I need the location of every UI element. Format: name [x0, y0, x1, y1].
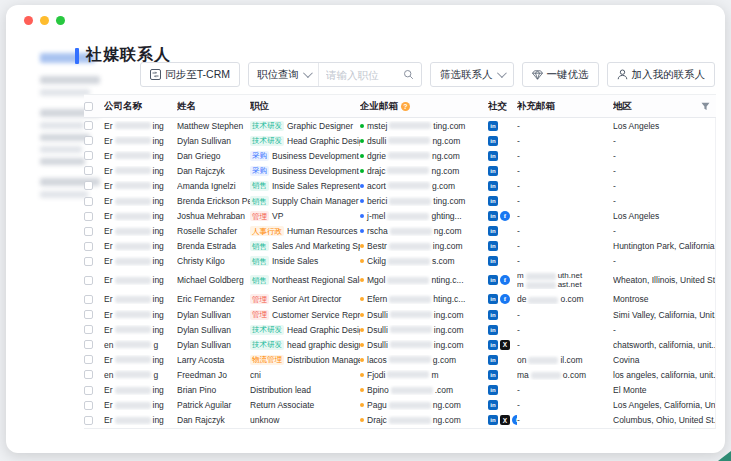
sidebar-item[interactable] [40, 191, 88, 198]
close-window-icon[interactable] [24, 16, 33, 25]
linkedin-icon[interactable]: in [488, 211, 498, 221]
position-cell: 管理VP [250, 211, 360, 221]
select-all-checkbox[interactable] [84, 102, 93, 111]
sidebar-item[interactable] [40, 134, 90, 141]
row-checkbox[interactable] [84, 370, 93, 379]
row-checkbox[interactable] [84, 295, 93, 304]
table-row[interactable]: EringDylan Sullivan管理Customer Service Re… [84, 307, 715, 322]
table-row[interactable]: EringMichael Goldberg销售Northeast Regiona… [84, 269, 715, 292]
row-checkbox[interactable] [84, 257, 93, 266]
table-row[interactable]: EringDan RajczykunknowDrajcng.cominXf-Co… [84, 413, 715, 428]
linkedin-icon[interactable]: in [488, 370, 498, 380]
email-status-dot [360, 313, 364, 317]
contact-name: Patrick Aguilar [177, 400, 250, 410]
row-checkbox[interactable] [84, 136, 93, 145]
table-row[interactable]: EringDan Griego采购Business Development ..… [84, 148, 715, 163]
table-row[interactable]: EringChristy Kilgo销售Inside SalesCkilgs.c… [84, 254, 715, 269]
position-category-tag: 技术研发 [250, 136, 284, 146]
table-row[interactable]: EringMatthew Stephen技术研发Graphic Designer… [84, 118, 715, 133]
table-row[interactable]: EringDylan Sullivan技术研发Head Graphic Desi… [84, 322, 715, 337]
linkedin-icon[interactable]: in [488, 340, 498, 350]
email-status-dot [360, 229, 364, 233]
position-query-dropdown[interactable]: 职位查询 [249, 63, 319, 86]
row-checkbox[interactable] [84, 310, 93, 319]
linkedin-icon[interactable]: in [488, 310, 498, 320]
linkedin-icon[interactable]: in [488, 415, 498, 425]
table-row[interactable]: engDylan Sullivan技术研发head graphic design… [84, 337, 715, 352]
linkedin-icon[interactable]: in [488, 241, 498, 251]
table-row[interactable]: EringDan Rajczyk采购Business Development .… [84, 163, 715, 178]
filter-contacts-dropdown[interactable]: 筛选联系人 [430, 62, 514, 87]
linkedin-icon[interactable]: in [488, 151, 498, 161]
row-checkbox[interactable] [84, 227, 93, 236]
table-row[interactable]: EringBrenda Estrada销售Sales And Marketing… [84, 239, 715, 254]
position-cell: Distribution lead [250, 385, 360, 395]
row-checkbox[interactable] [84, 401, 93, 410]
facebook-icon[interactable]: f [500, 211, 510, 221]
linkedin-icon[interactable]: in [488, 196, 498, 206]
sidebar-item[interactable] [40, 89, 90, 96]
sidebar-item[interactable] [40, 146, 82, 153]
sidebar-item[interactable] [40, 158, 85, 165]
linkedin-icon[interactable]: in [488, 256, 498, 266]
row-checkbox[interactable] [84, 212, 93, 221]
position-category-tag: 技术研发 [250, 121, 284, 131]
help-icon[interactable]: ? [401, 102, 410, 111]
sidebar-item[interactable] [40, 122, 84, 129]
contact-name: Dylan Sullivan [177, 325, 250, 335]
table-row[interactable]: EringRoselle Schafer人事行政Human Resources … [84, 224, 715, 239]
row-checkbox[interactable] [84, 325, 93, 334]
row-checkbox[interactable] [84, 151, 93, 160]
email-status-dot [360, 244, 364, 248]
contact-name: Christy Kilgo [177, 256, 250, 266]
row-checkbox[interactable] [84, 276, 93, 285]
add-to-my-contacts-button[interactable]: 加入我的联系人 [607, 62, 716, 87]
linkedin-icon[interactable]: in [488, 166, 498, 176]
linkedin-icon[interactable]: in [488, 275, 498, 285]
one-click-optimize-button[interactable]: 一键优选 [522, 62, 599, 87]
row-checkbox[interactable] [84, 355, 93, 364]
search-icon[interactable] [403, 69, 414, 80]
facebook-icon[interactable]: f [500, 294, 510, 304]
row-checkbox[interactable] [84, 340, 93, 349]
row-checkbox[interactable] [84, 386, 93, 395]
table-row[interactable]: EringJoshua Mehraban管理VPj-melghting...in… [84, 209, 715, 224]
linkedin-icon[interactable]: in [488, 121, 498, 131]
maximize-window-icon[interactable] [56, 16, 65, 25]
sidebar-item[interactable] [40, 76, 100, 84]
linkedin-icon[interactable]: in [488, 181, 498, 191]
linkedin-icon[interactable]: in [488, 226, 498, 236]
row-checkbox[interactable] [84, 121, 93, 130]
facebook-icon[interactable]: f [500, 275, 510, 285]
email-status-dot [360, 403, 364, 407]
x-twitter-icon[interactable]: X [500, 340, 510, 350]
position-search-input[interactable] [326, 69, 398, 81]
minimize-window-icon[interactable] [40, 16, 49, 25]
table-row[interactable]: EringLarry Acosta物流管理Distribution Manage… [84, 352, 715, 367]
linkedin-icon[interactable]: in [488, 355, 498, 365]
linkedin-icon[interactable]: in [488, 400, 498, 410]
row-checkbox[interactable] [84, 197, 93, 206]
table-row[interactable]: EringPatrick AguilarReturn AssociatePagu… [84, 398, 715, 413]
email-status-dot [360, 278, 364, 282]
linkedin-icon[interactable]: in [488, 294, 498, 304]
linkedin-icon[interactable]: in [488, 136, 498, 146]
row-checkbox[interactable] [84, 166, 93, 175]
extra-email-cell: - [517, 121, 613, 131]
linkedin-icon[interactable]: in [488, 385, 498, 395]
linkedin-icon[interactable]: in [488, 325, 498, 335]
x-twitter-icon[interactable]: X [500, 415, 510, 425]
table-row[interactable]: EringDylan Sullivan技术研发Head Graphic Desi… [84, 133, 715, 148]
sync-to-tcrm-button[interactable]: 同步至T-CRM [140, 62, 240, 87]
table-row[interactable]: EringEric Fernandez管理Senior Art Director… [84, 292, 715, 307]
social-cell: in [488, 226, 517, 236]
table-row[interactable]: EringBrenda Erickson Pe销售Supply Chain Ma… [84, 193, 715, 208]
social-cell: in [488, 241, 517, 251]
row-checkbox[interactable] [84, 242, 93, 251]
filter-funnel-icon[interactable] [701, 102, 710, 113]
table-row[interactable]: EringAmanda Ignelzi销售Inside Sales Repres… [84, 178, 715, 193]
row-checkbox[interactable] [84, 181, 93, 190]
table-row[interactable]: EringBrian PinoDistribution leadBpino.co… [84, 383, 715, 398]
row-checkbox[interactable] [84, 416, 93, 425]
table-row[interactable]: engFreedman JocniFjodiminmao.comlos ange… [84, 367, 715, 382]
